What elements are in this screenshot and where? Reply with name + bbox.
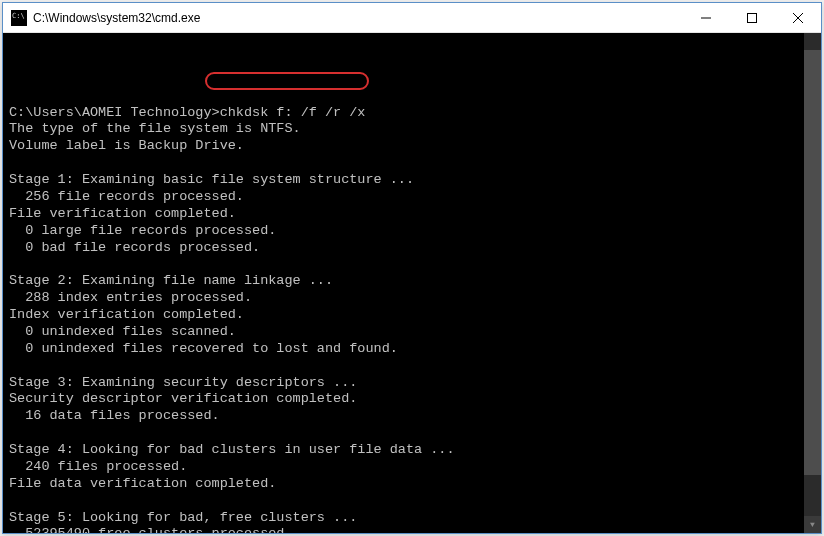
output-line: Volume label is Backup Drive. xyxy=(9,138,821,155)
svg-rect-1 xyxy=(748,13,757,22)
output-line xyxy=(9,358,821,375)
terminal-output: The type of the file system is NTFS.Volu… xyxy=(9,121,821,533)
output-line: 0 unindexed files recovered to lost and … xyxy=(9,341,821,358)
scroll-down-button[interactable]: ▼ xyxy=(804,516,821,533)
output-line: Index verification completed. xyxy=(9,307,821,324)
output-line xyxy=(9,493,821,510)
cmd-window: C:\Windows\system32\cmd.exe C:\Users\AOM… xyxy=(2,2,822,534)
output-line: 256 file records processed. xyxy=(9,189,821,206)
scroll-thumb[interactable] xyxy=(804,50,821,475)
output-line: 288 index entries processed. xyxy=(9,290,821,307)
titlebar[interactable]: C:\Windows\system32\cmd.exe xyxy=(3,3,821,33)
command-text: chkdsk f: /f /r /x xyxy=(220,105,366,120)
output-line: 52395490 free clusters processed. xyxy=(9,526,821,533)
close-button[interactable] xyxy=(775,3,821,32)
output-line: 240 files processed. xyxy=(9,459,821,476)
output-line: Stage 2: Examining file name linkage ... xyxy=(9,273,821,290)
minimize-icon xyxy=(701,13,711,23)
output-line: 0 unindexed files scanned. xyxy=(9,324,821,341)
output-line xyxy=(9,256,821,273)
output-line xyxy=(9,155,821,172)
output-line: The type of the file system is NTFS. xyxy=(9,121,821,138)
terminal-content: C:\Users\AOMEI Technology>chkdsk f: /f /… xyxy=(9,71,821,533)
output-line: Stage 4: Looking for bad clusters in use… xyxy=(9,442,821,459)
vertical-scrollbar[interactable]: ▲ ▼ xyxy=(804,33,821,533)
maximize-icon xyxy=(747,13,757,23)
window-controls xyxy=(683,3,821,32)
prompt-text: C:\Users\AOMEI Technology> xyxy=(9,105,220,120)
terminal-area[interactable]: C:\Users\AOMEI Technology>chkdsk f: /f /… xyxy=(3,33,821,533)
minimize-button[interactable] xyxy=(683,3,729,32)
output-line: Security descriptor verification complet… xyxy=(9,391,821,408)
close-icon xyxy=(793,13,803,23)
output-line: 0 bad file records processed. xyxy=(9,240,821,257)
output-line: 16 data files processed. xyxy=(9,408,821,425)
output-line: Stage 1: Examining basic file system str… xyxy=(9,172,821,189)
maximize-button[interactable] xyxy=(729,3,775,32)
window-title: C:\Windows\system32\cmd.exe xyxy=(33,11,683,25)
output-line: Stage 5: Looking for bad, free clusters … xyxy=(9,510,821,527)
output-line xyxy=(9,425,821,442)
output-line: Stage 3: Examining security descriptors … xyxy=(9,375,821,392)
command-highlight xyxy=(205,72,369,90)
output-line: 0 large file records processed. xyxy=(9,223,821,240)
output-line: File data verification completed. xyxy=(9,476,821,493)
cmd-icon xyxy=(11,10,27,26)
output-line: File verification completed. xyxy=(9,206,821,223)
